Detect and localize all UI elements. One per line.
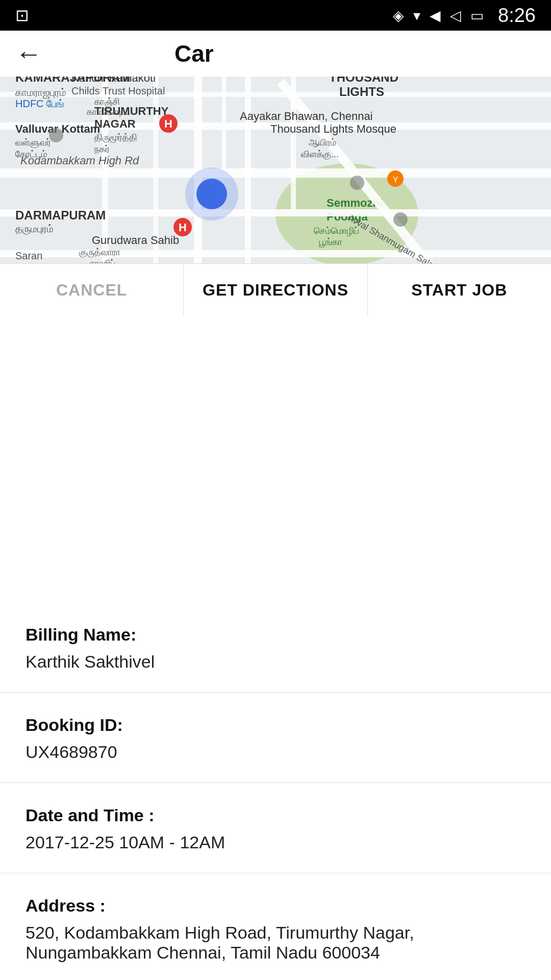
signal-weak-icon: ◁	[450, 7, 461, 24]
datetime-label: Date and Time :	[26, 805, 525, 825]
svg-text:குருத்வாரா: குருத்வாரா	[79, 247, 120, 258]
svg-point-54	[49, 128, 63, 142]
svg-text:காமராஜபுரம்: காமராஜபுரம்	[15, 87, 66, 99]
svg-text:பூங்கா: பூங்கா	[319, 237, 342, 248]
svg-text:செம்மொழிப்: செம்மொழிப்	[314, 226, 359, 237]
svg-text:திருமூர்த்தி: திருமூர்த்தி	[94, 132, 137, 143]
content-area: Billing Name: Karthik Sakthivel Booking …	[0, 602, 551, 980]
address-label: Address :	[26, 896, 525, 916]
svg-point-55	[393, 212, 408, 227]
gallery-icon: ⊡	[15, 6, 29, 25]
svg-point-56	[350, 176, 364, 190]
svg-text:கோட்டம்: கோட்டம்	[15, 149, 47, 159]
svg-text:நகர்: நகர்	[94, 144, 110, 155]
svg-text:தருமபுரம்: தருமபுரம்	[15, 223, 54, 235]
start-job-button[interactable]: START JOB	[368, 264, 551, 316]
svg-text:காஞ்சி: காஞ்சி	[94, 96, 120, 107]
address-value: 520, Kodambakkam High Road, Tirumurthy N…	[26, 923, 525, 963]
svg-text:Aayakar Bhawan, Chennai: Aayakar Bhawan, Chennai	[240, 110, 373, 122]
svg-text:வள்ளுவர்: வள்ளுவர்	[15, 137, 51, 148]
svg-text:Thousand Lights Mosque: Thousand Lights Mosque	[270, 122, 396, 135]
datetime-section: Date and Time : 2017-12-25 10AM - 12AM	[0, 783, 551, 873]
booking-value: UX4689870	[26, 742, 525, 762]
location-icon: ◈	[393, 7, 404, 24]
svg-text:காமகோடி...: காமகோடி...	[87, 107, 131, 117]
booking-label: Booking ID:	[26, 715, 525, 735]
page-title: Car	[174, 40, 214, 67]
svg-rect-6	[0, 168, 551, 178]
address-section: Address : 520, Kodambakkam High Road, Ti…	[0, 873, 551, 980]
signal-icon: ◀	[430, 7, 441, 24]
wifi-icon: ▾	[413, 7, 420, 24]
svg-text:Saran: Saran	[15, 250, 42, 261]
cancel-button[interactable]: CANCEL	[0, 264, 183, 316]
svg-text:H: H	[179, 221, 187, 234]
svg-text:H: H	[164, 117, 172, 130]
billing-value: Karthik Sakthivel	[26, 652, 525, 672]
header: ← Car	[0, 31, 551, 77]
svg-text:HDFC பேங்: HDFC பேங்	[15, 98, 64, 109]
get-directions-button[interactable]: GET DIRECTIONS	[183, 264, 367, 316]
action-bar: CANCEL GET DIRECTIONS START JOB	[0, 263, 551, 316]
svg-text:ஆயிரம்: ஆயிரம்	[309, 137, 336, 148]
status-bar: ⊡ ◈ ▾ ◀ ◁ ▭ 8:26	[0, 0, 551, 31]
status-time: 8:26	[498, 5, 536, 27]
svg-point-60	[196, 179, 227, 209]
svg-text:Gurudwara Sahib: Gurudwara Sahib	[92, 234, 179, 247]
svg-text:DARMAPURAM: DARMAPURAM	[15, 208, 106, 222]
billing-label: Billing Name:	[26, 625, 525, 645]
booking-section: Booking ID: UX4689870	[0, 693, 551, 783]
back-button[interactable]: ←	[15, 40, 42, 67]
svg-text:Y: Y	[393, 176, 398, 184]
svg-text:விளக்கு...: விளக்கு...	[301, 149, 339, 160]
svg-text:LIGHTS: LIGHTS	[339, 85, 384, 99]
svg-text:Childs Trust Hospital: Childs Trust Hospital	[71, 85, 165, 96]
battery-icon: ▭	[470, 7, 484, 24]
billing-section: Billing Name: Karthik Sakthivel	[0, 602, 551, 693]
datetime-value: 2017-12-25 10AM - 12AM	[26, 832, 525, 852]
svg-text:NAGAR: NAGAR	[94, 117, 136, 130]
